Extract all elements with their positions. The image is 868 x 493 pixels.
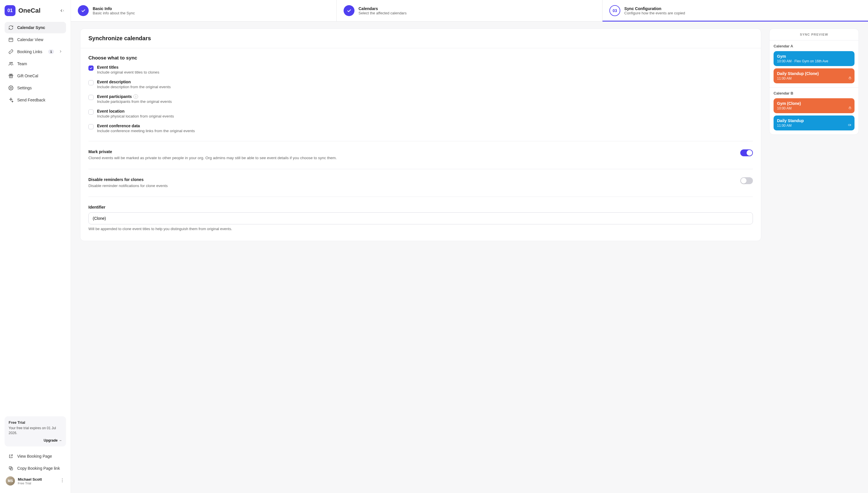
svg-point-2 — [12, 62, 13, 63]
step-sub: Basic info about the Sync — [93, 11, 135, 15]
chevron-left-icon — [62, 8, 65, 13]
sidebar-item-feedback[interactable]: Send Feedback — [5, 94, 66, 106]
profile-name: Michael Scott — [18, 477, 42, 481]
checkbox[interactable] — [88, 65, 94, 71]
upgrade-link[interactable]: Upgrade → — [8, 438, 62, 443]
check-icon — [81, 8, 86, 13]
mark-private-toggle[interactable] — [740, 149, 753, 156]
event-title: Gym (Clone) — [777, 101, 851, 106]
check-icon — [346, 8, 351, 13]
choose-what-title: Choose what to sync — [88, 55, 753, 61]
dots-vertical-icon — [60, 478, 65, 483]
gear-icon — [8, 85, 14, 91]
info-icon[interactable]: i — [134, 94, 138, 99]
content-row: Synchronize calendars Choose what to syn… — [71, 22, 868, 248]
profile-row: MS Michael Scott Free Trial — [5, 474, 66, 488]
step-status-done-icon — [78, 5, 89, 16]
event-title: Gym — [777, 54, 851, 59]
step-title: Basic Info — [93, 6, 135, 11]
stepper: Basic Info Basic info about the Sync Cal… — [71, 0, 868, 22]
event-time: 11:00 AM — [777, 77, 851, 81]
svg-rect-13 — [848, 124, 850, 126]
checkbox[interactable] — [88, 80, 94, 85]
trial-title: Free Trial — [8, 420, 62, 425]
mark-private-desc: Cloned events will be marked as private … — [88, 155, 735, 161]
step-calendars[interactable]: Calendars Select the affected calendars — [337, 0, 602, 21]
sync-option: Event description Include description fr… — [88, 80, 753, 89]
disable-reminders-desc: Disable reminder notifications for clone… — [88, 183, 735, 189]
calendar-a-label: Calendar A — [774, 44, 854, 48]
sidebar-item-copy-booking-link[interactable]: Copy Booking Page link — [5, 463, 66, 474]
calendar-b-label: Calendar B — [774, 91, 854, 95]
disable-reminders-row: Disable reminders for clones Disable rem… — [88, 177, 753, 189]
option-desc: Include description from the original ev… — [97, 85, 171, 89]
video-icon — [848, 123, 852, 128]
copy-icon — [8, 466, 14, 471]
step-basic-info[interactable]: Basic Info Basic info about the Sync — [71, 0, 337, 21]
option-title: Event conference data — [97, 124, 195, 128]
preview-header: SYNC PREVIEW — [770, 29, 859, 41]
sidebar-item-team[interactable]: Team — [5, 58, 66, 69]
svg-point-10 — [62, 481, 63, 482]
svg-point-5 — [10, 87, 12, 89]
sparkle-icon — [8, 97, 14, 103]
sidebar-item-booking-links[interactable]: Booking Links 1 — [5, 46, 66, 58]
option-title: Event location — [97, 109, 174, 113]
gift-icon — [8, 73, 14, 79]
sidebar-item-label: Send Feedback — [17, 98, 45, 102]
calendar-a-section: Calendar A Gym 10:00 AM · Flex Gym on 16… — [770, 41, 859, 87]
step-sync-configuration[interactable]: 03 Sync Configuration Configure how the … — [602, 0, 868, 21]
sidebar-item-settings[interactable]: Settings — [5, 82, 66, 94]
sidebar-item-view-booking-page[interactable]: View Booking Page — [5, 450, 66, 462]
option-title: Event participantsi — [97, 94, 172, 99]
checkbox[interactable] — [88, 124, 94, 129]
chevron-right-icon — [59, 49, 63, 54]
main: Basic Info Basic info about the Sync Cal… — [71, 0, 868, 493]
sidebar-item-label: Team — [17, 62, 27, 66]
profile-menu-button[interactable] — [60, 478, 65, 484]
link-icon — [8, 49, 14, 55]
event-time: 10:00 AM · Flex Gym on 16th Ave — [777, 59, 851, 63]
mark-private-title: Mark private — [88, 149, 735, 154]
sync-options-list: Event titles Include original event titl… — [88, 65, 753, 133]
disable-reminders-toggle[interactable] — [740, 177, 753, 184]
sidebar-item-gift[interactable]: Gift OneCal — [5, 70, 66, 82]
event-title: Daily Standup (Clone) — [777, 71, 851, 76]
step-number: 03 — [609, 5, 620, 16]
event-title: Daily Standup — [777, 119, 851, 123]
sidebar-item-calendar-sync[interactable]: Calendar Sync — [5, 22, 66, 33]
preview-event: Daily Standup (Clone) 11:00 AM — [774, 68, 854, 83]
divider — [88, 169, 753, 169]
checkbox[interactable] — [88, 109, 94, 115]
divider — [88, 196, 753, 197]
avatar: MS — [6, 476, 15, 486]
sync-icon — [8, 25, 14, 30]
sidebar-item-calendar-view[interactable]: Calendar View — [5, 34, 66, 45]
step-sub: Select the affected calendars — [359, 11, 407, 15]
trial-card: Free Trial Your free trial expires on 01… — [5, 416, 66, 447]
checkbox[interactable] — [88, 95, 94, 100]
trial-desc: Your free trial expires on 01 Jul 2026. — [8, 426, 62, 435]
calendar-b-section: Calendar B Gym (Clone) 10:00 AM Daily St… — [770, 88, 859, 134]
team-icon — [8, 61, 14, 67]
option-desc: Include physical location from original … — [97, 114, 174, 119]
identifier-input[interactable] — [88, 212, 753, 224]
sidebar-item-label: View Booking Page — [17, 454, 52, 458]
option-desc: Include participants from the original e… — [97, 100, 172, 104]
sidebar-item-label: Calendar Sync — [17, 25, 45, 30]
calendar-a-events: Gym 10:00 AM · Flex Gym on 16th Ave Dail… — [774, 51, 854, 83]
calendar-b-events: Gym (Clone) 10:00 AM Daily Standup 11:00… — [774, 98, 854, 130]
card-header: Synchronize calendars — [81, 29, 761, 48]
sync-preview-card: SYNC PREVIEW Calendar A Gym 10:00 AM · F… — [769, 28, 859, 135]
step-title: Sync Configuration — [624, 6, 685, 11]
sync-option: Event participantsi Include participants… — [88, 94, 753, 104]
page-title: Synchronize calendars — [88, 35, 753, 42]
svg-point-1 — [10, 62, 11, 64]
identifier-help: Will be appended to clone event titles t… — [88, 227, 753, 231]
profile-plan: Free Trial — [18, 481, 42, 485]
option-desc: Include original event titles to clones — [97, 70, 159, 74]
sidebar-collapse-button[interactable] — [58, 7, 66, 15]
step-title: Calendars — [359, 6, 407, 11]
sidebar-nav: Calendar Sync Calendar View Booking Link… — [5, 22, 66, 106]
lock-icon — [848, 76, 852, 81]
